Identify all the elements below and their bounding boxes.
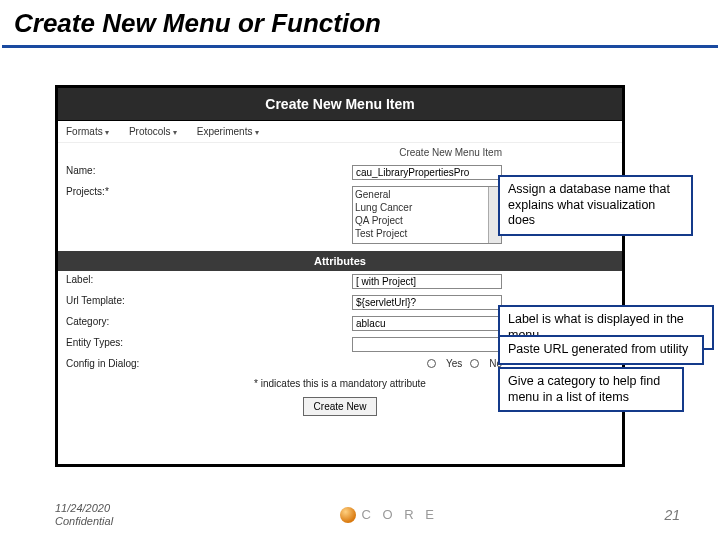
label-input[interactable] (352, 274, 502, 289)
projects-label: Projects:* (66, 186, 151, 197)
page-number: 21 (664, 507, 680, 523)
breadcrumb: Create New Menu Item (58, 143, 622, 162)
radio-no[interactable] (470, 359, 479, 368)
create-new-button[interactable]: Create New (303, 397, 378, 416)
logo: C O R E (340, 507, 438, 523)
menu-protocols[interactable]: Protocols (129, 126, 177, 137)
logo-text: C O R E (362, 507, 438, 522)
callout-category: Give a category to help find menu in a l… (498, 367, 684, 412)
footer-confidential: Confidential (55, 515, 113, 528)
menubar: Formats Protocols Experiments (58, 121, 622, 143)
name-label: Name: (66, 165, 151, 176)
category-label: Category: (66, 316, 151, 327)
callout-name: Assign a database name that explains wha… (498, 175, 693, 236)
entitytypes-input[interactable] (352, 337, 502, 352)
menu-formats[interactable]: Formats (66, 126, 109, 137)
list-item[interactable]: Test Project (355, 227, 499, 240)
configdialog-label: Config in Dialog: (66, 358, 151, 369)
slide-title: Create New Menu or Function (0, 0, 720, 45)
panel-header: Create New Menu Item (58, 88, 622, 121)
configdialog-radiogroup: Yes No (427, 358, 502, 369)
name-input[interactable] (352, 165, 502, 180)
urltemplate-input[interactable] (352, 295, 502, 310)
footer: 11/24/2020 Confidential C O R E 21 (0, 502, 720, 528)
list-item[interactable]: General (355, 188, 499, 201)
attributes-header: Attributes (58, 251, 622, 271)
logo-icon (340, 507, 356, 523)
radio-yes[interactable] (427, 359, 436, 368)
list-item[interactable]: Lung Cancer (355, 201, 499, 214)
callout-url: Paste URL generated from utility (498, 335, 704, 365)
entitytypes-label: Entity Types: (66, 337, 151, 348)
category-input[interactable] (352, 316, 502, 331)
menu-experiments[interactable]: Experiments (197, 126, 259, 137)
list-item[interactable]: QA Project (355, 214, 499, 227)
urltemplate-label: Url Template: (66, 295, 151, 306)
projects-listbox[interactable]: General Lung Cancer QA Project Test Proj… (352, 186, 502, 244)
footer-date: 11/24/2020 (55, 502, 113, 515)
radio-yes-label: Yes (446, 358, 462, 369)
label-label: Label: (66, 274, 151, 285)
title-rule (2, 45, 718, 48)
